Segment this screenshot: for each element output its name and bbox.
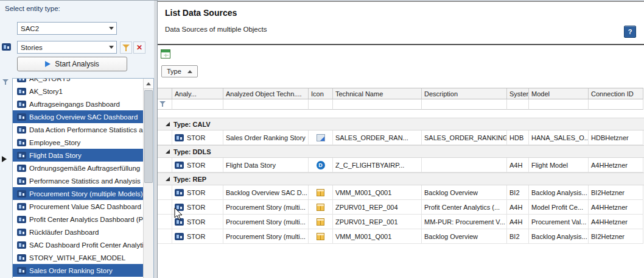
story-icon (17, 126, 26, 134)
story-icon (175, 134, 184, 141)
grid-row[interactable]: STORProcurement Story (multi...ZPURV01_R… (158, 215, 644, 229)
column-header[interactable]: Technical Name (333, 88, 422, 99)
group-header-row[interactable]: Type: DDLS (158, 145, 644, 158)
group-by-type-chip[interactable]: Type (161, 65, 198, 77)
story-list-item[interactable]: Backlog Overview SAC Dashboard (13, 110, 143, 123)
grid-row[interactable]: STORFlight Data StoryZ_C_FLIGHTBYAIRP...… (158, 158, 644, 173)
analyzed-object-type-cell: STOR (172, 200, 223, 215)
entity-type-combobox[interactable]: SAC2 (17, 22, 117, 35)
object-type-value: Stories (18, 44, 107, 51)
group-header-row[interactable]: Type: CALV (158, 118, 644, 130)
column-header[interactable]: Analy... (172, 88, 223, 99)
story-icon (17, 139, 26, 146)
column-header[interactable]: Description (422, 88, 507, 99)
story-list-item[interactable]: Ordnungsgemäße Auftragserfüllung (13, 162, 143, 174)
object-type-combobox[interactable]: Stories (17, 41, 117, 54)
column-header[interactable] (158, 88, 172, 99)
grid-filter-row (158, 99, 644, 110)
filter-cell[interactable] (333, 99, 422, 110)
scrollbar-thumb[interactable] (144, 90, 153, 183)
filter-cell[interactable] (589, 99, 643, 110)
help-button[interactable]: ? (624, 26, 636, 38)
object-name-cell: Sales Order Ranking Story (223, 130, 309, 145)
group-header-row[interactable]: Type: REP (158, 173, 644, 185)
grid-row[interactable]: STORProcurement Story (multi...VMM_M001_… (158, 229, 644, 244)
chevron-down-icon[interactable] (107, 41, 116, 53)
object-name-cell: Procurement Story (multi... (223, 229, 309, 244)
story-list-item[interactable]: Procurement Story (multiple Models) (13, 187, 143, 200)
filter-cell[interactable] (309, 99, 333, 110)
story-icon (17, 88, 26, 95)
story-icon (17, 152, 26, 159)
datasource-icon-cell (309, 158, 333, 173)
technical-name-cell: Z_C_FLIGHTBYAIRP... (333, 158, 422, 173)
filter-button[interactable] (120, 41, 132, 54)
start-analysis-button[interactable]: Start Analysis (17, 57, 127, 71)
column-header[interactable]: Icon (309, 88, 333, 99)
list-scrollbar[interactable] (143, 79, 153, 278)
query-icon (317, 204, 324, 211)
story-list-item[interactable]: STORY_WITH_FAKE_MODEL (13, 251, 143, 264)
story-list-item[interactable]: Flight Data Story (13, 149, 143, 162)
story-list-item[interactable]: Procurement Value SAC Dashboard (13, 200, 143, 213)
row-indicator-cell (158, 185, 172, 200)
filter-cell[interactable] (507, 99, 529, 110)
row-indicator-cell (158, 215, 172, 229)
model-cell: Backlog Analysis... (529, 229, 589, 244)
grid-row[interactable]: STORProcurement Story (multi...ZPURV01_R… (158, 200, 644, 215)
story-label: Sales Order Ranking Story (29, 267, 113, 274)
sort-ascending-icon (187, 70, 192, 73)
story-list-item[interactable]: Sales Order Ranking Story (13, 264, 143, 277)
filter-cell[interactable] (529, 99, 589, 110)
system-cell: BI2 (507, 229, 529, 244)
grid-row[interactable]: STORBacklog Overview SAC D...VMM_M001_Q0… (158, 185, 644, 200)
scroll-up-button[interactable] (144, 79, 153, 89)
story-list-item[interactable]: SAC Dashboard Profit Center Analytic (13, 238, 143, 251)
row-indicator-cell (158, 130, 172, 145)
group-label: Type: REP (173, 176, 206, 183)
story-icon (175, 162, 184, 169)
filter-cell[interactable] (158, 99, 172, 110)
technical-name-cell: ZPURV01_REP_004 (333, 200, 422, 215)
story-list-item[interactable]: AK_STORY5 (13, 78, 143, 85)
app-window: Select entity type: SAC2 Stories ✕ Start… (0, 0, 644, 278)
filter-cell[interactable] (172, 99, 223, 110)
column-header[interactable]: Connection ID (589, 88, 643, 99)
technical-name-cell: VMM_M001_Q001 (333, 229, 422, 244)
object-type-code: STOR (187, 189, 205, 196)
filter-cell[interactable] (422, 99, 507, 110)
model-cell: Model Profit Ce... (529, 200, 589, 215)
story-list[interactable]: AK_STORY5AK_Story1Auftragseingangs Dashb… (12, 78, 154, 278)
story-list-items: AK_STORY5AK_Story1Auftragseingangs Dashb… (13, 78, 143, 277)
connection-id-cell: HDBHetzner (589, 130, 643, 145)
export-to-excel-button[interactable] (161, 49, 170, 59)
story-list-item[interactable]: Rückläufer Dashboard (13, 226, 143, 238)
play-icon (45, 61, 51, 67)
story-icon (17, 229, 26, 236)
connection-id-cell: A4HHetzner (589, 215, 643, 229)
story-list-item[interactable]: AK_Story1 (13, 85, 143, 98)
analyzed-object-type-cell: STOR (172, 185, 223, 200)
description-cell: Backlog Overview (422, 229, 507, 244)
grid-row[interactable]: STORSales Order Ranking StorySALES_ORDER… (158, 130, 644, 145)
story-icon (175, 204, 184, 211)
story-list-item[interactable]: Employee_Story (13, 136, 143, 149)
story-list-item[interactable]: Data Action Performance Statistics an (13, 123, 143, 136)
technical-name-cell: ZPURV01_REP_001 (333, 215, 422, 229)
story-list-item[interactable]: Profit Center Analytics Dashboard (Pr (13, 213, 143, 226)
object-type-code: STOR (187, 204, 205, 211)
column-header[interactable]: System (507, 88, 529, 99)
object-type-code: STOR (187, 134, 205, 141)
story-list-item[interactable]: Auftragseingangs Dashboard (13, 98, 143, 110)
story-label: Flight Data Story (29, 152, 82, 159)
chevron-down-icon[interactable] (107, 23, 116, 34)
column-header[interactable]: Model (529, 88, 589, 99)
story-type-icon (2, 43, 11, 51)
filter-cell[interactable] (223, 99, 309, 110)
group-by-label: Type (167, 68, 181, 75)
clear-filter-button[interactable]: ✕ (133, 41, 145, 54)
column-header[interactable]: Analyzed Object Techn.... (223, 88, 309, 99)
analyzed-object-type-cell: STOR (172, 229, 223, 244)
story-list-item[interactable]: Performance Statistics and Analysis (13, 174, 143, 187)
filter-row-funnel-icon (159, 101, 166, 107)
